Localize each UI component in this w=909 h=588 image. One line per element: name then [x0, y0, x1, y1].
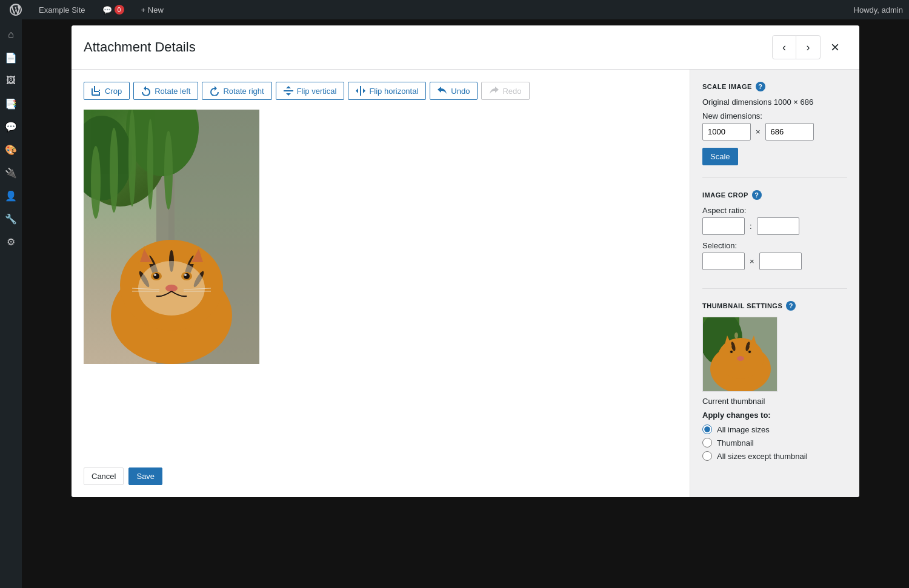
scale-image-help[interactable]: ?	[756, 82, 765, 91]
thumbnail-preview	[702, 317, 777, 392]
svg-point-24	[184, 274, 187, 276]
admin-bar: Example Site 💬 0 + New Howdy, admin	[0, 0, 909, 19]
sidebar-icon-comments[interactable]: 💬	[0, 116, 22, 137]
sidebar-icon-settings[interactable]: ⚙	[0, 231, 22, 252]
crop-button[interactable]: Crop	[84, 82, 130, 100]
svg-point-8	[128, 110, 136, 206]
current-thumbnail-label: Current thumbnail	[702, 397, 847, 406]
thumbnail-settings-help[interactable]: ?	[786, 301, 796, 311]
aspect-separator: :	[750, 222, 752, 231]
svg-point-10	[164, 131, 173, 210]
svg-point-46	[734, 332, 738, 339]
image-crop-help[interactable]: ?	[752, 190, 762, 200]
svg-point-41	[730, 351, 733, 353]
selection-height-input[interactable]	[759, 253, 802, 270]
save-button[interactable]: Save	[128, 467, 162, 485]
modal-nav: ‹ ›	[772, 35, 821, 59]
svg-point-42	[748, 351, 751, 353]
modal-header: Attachment Details ‹ › ×	[72, 25, 859, 70]
admin-bar-new[interactable]: + New	[138, 0, 167, 19]
close-modal-button[interactable]: ×	[823, 35, 847, 59]
sidebar-icon-plugins[interactable]: 🔌	[0, 162, 22, 183]
sidebar-icon-media[interactable]: 🖼	[0, 70, 22, 91]
editor-area: Crop Rotate left Rotate right	[72, 70, 690, 497]
rotate-right-button[interactable]: Rotate right	[202, 82, 271, 100]
sidebar-icon-pages[interactable]: 📑	[0, 93, 22, 114]
modal-title: Attachment Details	[84, 39, 772, 55]
svg-point-43	[737, 356, 744, 361]
scale-width-input[interactable]	[702, 123, 751, 140]
dimensions-row: ×	[702, 123, 847, 140]
svg-point-25	[165, 285, 178, 292]
redo-icon	[489, 86, 499, 96]
rotate-right-icon	[210, 86, 219, 96]
flip-vertical-icon	[284, 86, 293, 96]
svg-point-22	[184, 273, 190, 279]
next-attachment-button[interactable]: ›	[796, 35, 821, 59]
flip-horizontal-icon	[356, 86, 365, 96]
rotate-left-button[interactable]: Rotate left	[133, 82, 198, 100]
thumbnail-settings-section: THUMBNAIL SETTINGS ?	[702, 301, 847, 473]
svg-point-7	[110, 128, 118, 213]
sidebar-icon-appearance[interactable]: 🎨	[0, 139, 22, 160]
wp-logo[interactable]	[6, 0, 25, 19]
selection-row: ×	[702, 253, 847, 270]
tiger-image	[84, 110, 259, 364]
comment-icon: 💬	[102, 5, 112, 15]
image-canvas	[84, 110, 678, 455]
scale-separator: ×	[756, 127, 761, 136]
selection-separator: ×	[750, 257, 754, 266]
redo-button[interactable]: Redo	[481, 82, 529, 100]
scale-image-section: SCALE IMAGE ? Original dimensions 1000 ×…	[702, 82, 847, 178]
thumbnail-settings-title: THUMBNAIL SETTINGS ?	[702, 301, 847, 311]
prev-attachment-button[interactable]: ‹	[772, 35, 796, 59]
sidebar-icon-posts[interactable]: 📄	[0, 47, 22, 68]
svg-point-9	[147, 119, 153, 210]
svg-point-23	[154, 274, 156, 276]
modal-overlay: Attachment Details ‹ › × Crop	[22, 19, 909, 588]
comments-count: 0	[115, 5, 124, 15]
scale-height-input[interactable]	[765, 123, 814, 140]
sidebar-icon-dashboard[interactable]: ⌂	[0, 24, 22, 45]
crop-icon	[92, 86, 101, 96]
scale-button[interactable]: Scale	[702, 148, 738, 165]
admin-bar-user: Howdy, admin	[854, 5, 903, 15]
flip-horizontal-button[interactable]: Flip horizontal	[348, 82, 426, 100]
image-crop-section: IMAGE CROP ? Aspect ratio: : Selection: …	[702, 190, 847, 289]
sidebar-icon-tools[interactable]: 🔧	[0, 208, 22, 229]
selection-width-input[interactable]	[702, 253, 745, 270]
radio-thumbnail[interactable]: Thumbnail	[702, 438, 847, 448]
apply-changes-options: All image sizes Thumbnail All sizes exce…	[702, 424, 847, 461]
editor-toolbar: Crop Rotate left Rotate right	[84, 82, 678, 100]
image-crop-title: IMAGE CROP ?	[702, 190, 847, 200]
modal-body: Crop Rotate left Rotate right	[72, 70, 859, 497]
admin-bar-site[interactable]: Example Site	[35, 0, 89, 19]
selection-label: Selection:	[702, 241, 847, 250]
undo-button[interactable]: Undo	[430, 82, 478, 100]
undo-icon	[438, 86, 447, 96]
radio-all-sizes[interactable]: All image sizes	[702, 424, 847, 434]
apply-changes-label: Apply changes to:	[702, 411, 847, 420]
rotate-left-icon	[141, 86, 151, 96]
sidebar-icon-users[interactable]: 👤	[0, 185, 22, 206]
editor-actions: Cancel Save	[84, 467, 678, 485]
attachment-details-modal: Attachment Details ‹ › × Crop	[72, 25, 859, 497]
flip-vertical-button[interactable]: Flip vertical	[276, 82, 345, 100]
scale-image-title: SCALE IMAGE ?	[702, 82, 847, 91]
svg-point-21	[153, 273, 159, 279]
original-dimensions: Original dimensions 1000 × 686	[702, 97, 847, 107]
aspect-ratio-label: Aspect ratio:	[702, 206, 847, 215]
svg-point-6	[91, 146, 101, 219]
radio-all-except[interactable]: All sizes except thumbnail	[702, 451, 847, 461]
right-panel: SCALE IMAGE ? Original dimensions 1000 ×…	[690, 70, 859, 497]
aspect-height-input[interactable]	[757, 217, 799, 235]
new-dimensions-label: New dimensions:	[702, 111, 847, 121]
cancel-button[interactable]: Cancel	[84, 467, 124, 485]
admin-bar-comments[interactable]: 💬 0	[99, 0, 128, 19]
wp-sidebar: ⌂ 📄 🖼 📑 💬 🎨 🔌 👤 🔧 ⚙	[0, 19, 22, 588]
aspect-width-input[interactable]	[702, 217, 745, 235]
aspect-ratio-row: :	[702, 217, 847, 235]
